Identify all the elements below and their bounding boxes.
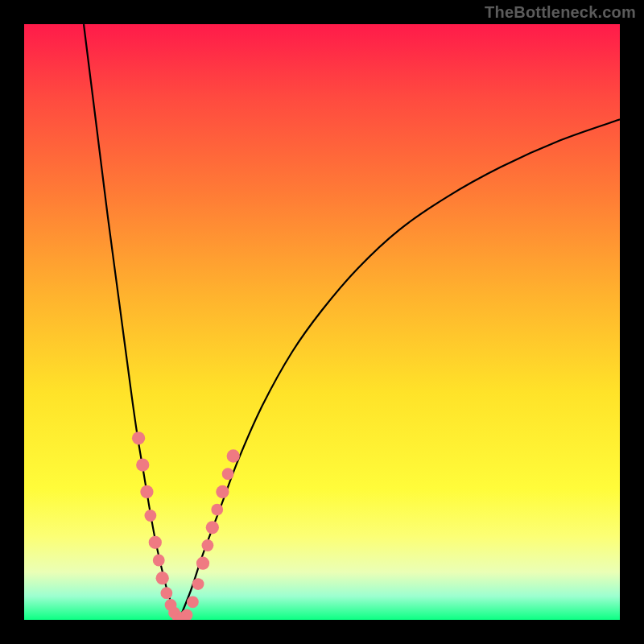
data-marker <box>153 555 165 567</box>
markers-left <box>132 431 192 620</box>
data-marker <box>216 485 229 498</box>
data-marker <box>211 504 223 516</box>
data-marker <box>156 572 169 584</box>
data-marker <box>192 578 204 590</box>
curve-left <box>84 24 179 620</box>
data-marker <box>144 510 156 522</box>
data-marker <box>202 539 214 551</box>
data-marker <box>227 449 240 462</box>
markers-right <box>187 449 240 608</box>
plot-area <box>24 24 620 620</box>
data-marker <box>132 431 145 444</box>
data-marker <box>206 521 219 534</box>
data-marker <box>149 536 162 549</box>
curve-right <box>179 119 620 620</box>
data-marker <box>160 587 172 599</box>
data-marker <box>196 557 209 570</box>
watermark-text: TheBottleneck.com <box>485 3 636 22</box>
data-marker <box>136 458 149 471</box>
curve-layer <box>24 24 620 620</box>
data-marker <box>222 468 234 480</box>
chart-frame: TheBottleneck.com <box>0 0 644 644</box>
data-marker <box>187 596 199 608</box>
data-marker <box>140 485 153 498</box>
